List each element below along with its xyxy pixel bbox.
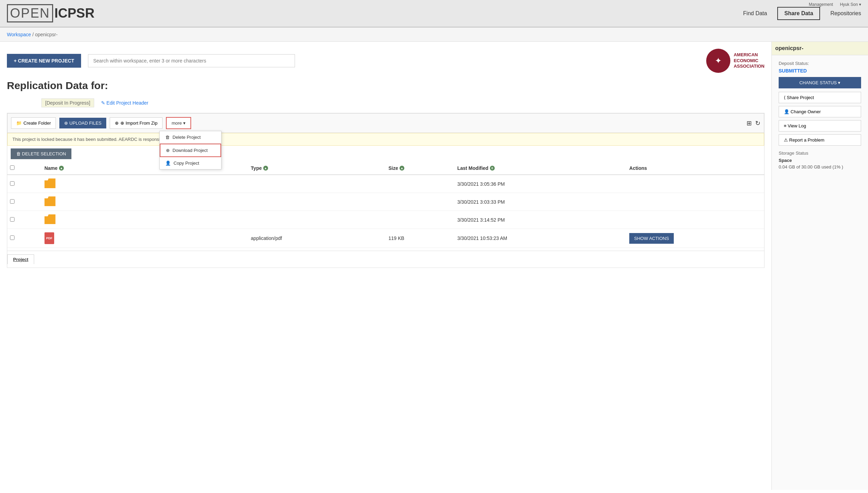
deposit-status-label: Deposit Status: xyxy=(779,61,861,66)
copy-icon: 👤 xyxy=(165,161,171,166)
report-problem-button[interactable]: ⚠ Report a Problem xyxy=(779,134,861,146)
copy-project-item[interactable]: 👤 Copy Project xyxy=(160,157,221,169)
logo-icpsr: ICPSR xyxy=(55,6,95,21)
toolbar-right-icons: ⊞ ↻ xyxy=(747,119,760,127)
user-menu[interactable]: Hyuk Son ▾ xyxy=(840,2,861,7)
file-actions-cell-1 xyxy=(627,175,764,193)
warning-bar: This project is locked because it has be… xyxy=(7,133,764,146)
file-actions-cell-3 xyxy=(627,211,764,229)
file-type-cell-2 xyxy=(248,193,386,211)
file-name-cell-2 xyxy=(42,193,248,211)
status-bar: [Deposit In Progress] ✎ Edit Project Hea… xyxy=(7,98,765,107)
logo: OPEN ICPSR xyxy=(7,4,95,22)
upload-files-button[interactable]: ⊕ UPLOAD FILES xyxy=(59,118,106,128)
deposit-in-progress: [Deposit In Progress] xyxy=(41,98,94,107)
type-sort-icon[interactable]: ▲ xyxy=(263,166,268,171)
project-tab[interactable]: Project xyxy=(7,254,34,264)
row-checkbox-1[interactable] xyxy=(10,181,14,186)
import-from-zip-button[interactable]: ⊕ ⊕ Import From Zip xyxy=(110,117,162,129)
file-modified-cell-4: 3/30/2021 10:53:23 AM xyxy=(454,229,627,248)
file-name-cell-4: PDF xyxy=(42,229,248,248)
size-column-header: Size ▲ xyxy=(388,165,404,171)
aea-icon-symbol: ✦ xyxy=(715,56,722,66)
file-type-cell-3 xyxy=(248,211,386,229)
create-new-project-button[interactable]: + CREATE NEW PROJECT xyxy=(7,54,81,68)
nav-share-data[interactable]: Share Data xyxy=(777,7,820,20)
storage-usage-text: 0.04 GB of 30.00 GB used (1% ) xyxy=(779,164,861,170)
table-header-row: Name ▲ Type ▲ Size xyxy=(7,162,764,175)
file-name-cell-3 xyxy=(42,211,248,229)
share-project-button[interactable]: ⟨ Share Project xyxy=(779,92,861,103)
delete-selection-bar: 🗑 DELETE SELECTION xyxy=(7,146,764,162)
size-sort-icon[interactable]: ▲ xyxy=(400,166,404,171)
header: OPEN ICPSR Find Data Share Data Reposito… xyxy=(0,0,868,28)
project-title: Replication Data for: xyxy=(7,80,765,91)
more-dropdown-menu: 🗑 Delete Project ⊕ Download Project 👤 Co… xyxy=(159,131,221,170)
select-all-checkbox[interactable] xyxy=(10,165,14,170)
deposit-status-link[interactable]: SUBMITTED xyxy=(779,68,807,74)
project-tab-bar: Project xyxy=(7,251,764,268)
logo-open: OPEN xyxy=(7,4,53,22)
file-name-cell-1 xyxy=(42,175,248,193)
aea-logo: ✦ AMERICAN ECONOMIC ASSOCIATION xyxy=(706,49,765,73)
nav-links: Find Data Share Data Repositories xyxy=(743,7,861,20)
refresh-icon[interactable]: ↻ xyxy=(755,119,760,127)
import-icon: ⊕ xyxy=(115,120,119,126)
edit-project-header-link[interactable]: ✎ Edit Project Header xyxy=(101,100,148,106)
actions-column-header: Actions xyxy=(627,162,764,175)
row-checkbox-2[interactable] xyxy=(10,199,14,204)
aea-icon: ✦ xyxy=(706,49,730,73)
name-column-header: Name ▲ xyxy=(45,165,64,171)
modified-sort-icon[interactable]: 0 xyxy=(490,166,495,171)
file-toolbar: 📁 Create Folder ⊕ UPLOAD FILES ⊕ ⊕ Impor… xyxy=(7,113,764,133)
delete-project-item[interactable]: 🗑 Delete Project xyxy=(160,131,221,144)
management-link[interactable]: Management xyxy=(809,2,833,7)
more-button[interactable]: more ▾ xyxy=(166,117,191,129)
file-modified-cell-2: 3/30/2021 3:03:33 PM xyxy=(454,193,627,211)
grid-view-icon[interactable]: ⊞ xyxy=(747,119,752,127)
file-type-cell-1 xyxy=(248,175,386,193)
aea-text: AMERICAN ECONOMIC ASSOCIATION xyxy=(734,52,765,70)
show-actions-button[interactable]: SHOW ACTIONS xyxy=(629,233,674,244)
view-log-button[interactable]: ≡ View Log xyxy=(779,120,861,132)
file-size-cell-4: 119 KB xyxy=(386,229,454,248)
download-icon: ⊕ xyxy=(166,148,170,153)
file-modified-cell-3: 3/30/2021 3:14:52 PM xyxy=(454,211,627,229)
name-sort-icon[interactable]: ▲ xyxy=(59,166,64,171)
nav-find-data[interactable]: Find Data xyxy=(743,10,767,17)
file-actions-cell-2 xyxy=(627,193,764,211)
file-type-cell-4: application/pdf xyxy=(248,229,386,248)
download-project-item[interactable]: ⊕ Download Project xyxy=(160,144,221,157)
row-checkbox-3[interactable] xyxy=(10,217,14,222)
last-modified-column-header: Last Modified 0 xyxy=(457,165,494,171)
file-size-cell-3 xyxy=(386,211,454,229)
file-actions-cell-4: SHOW ACTIONS xyxy=(627,229,764,248)
table-row: 3/30/2021 3:14:52 PM xyxy=(7,211,764,229)
toolbar-top: + CREATE NEW PROJECT ✦ AMERICAN ECONOMIC… xyxy=(7,49,765,73)
create-folder-button[interactable]: 📁 Create Folder xyxy=(11,117,56,129)
file-modified-cell-1: 3/30/2021 3:05:36 PM xyxy=(454,175,627,193)
breadcrumb-current: openicpsr- xyxy=(35,32,57,37)
table-row: 3/30/2021 3:05:36 PM xyxy=(7,175,764,193)
change-status-button[interactable]: CHANGE STATUS ▾ xyxy=(779,77,861,88)
sidebar: openicpsr- Deposit Status: SUBMITTED CHA… xyxy=(771,42,868,490)
nav-repositories[interactable]: Repositories xyxy=(830,10,861,17)
sidebar-project-name: openicpsr- xyxy=(772,42,868,55)
row-checkbox-4[interactable] xyxy=(10,235,14,240)
file-size-cell-1 xyxy=(386,175,454,193)
table-row: 3/30/2021 3:03:33 PM xyxy=(7,193,764,211)
change-owner-button[interactable]: 👤 Change Owner xyxy=(779,106,861,117)
table-row: PDF application/pdf 119 KB 3/30/2021 10:… xyxy=(7,229,764,248)
folder-icon: 📁 xyxy=(16,120,22,126)
type-column-header: Type ▲ xyxy=(251,165,268,171)
breadcrumb: Workspace / openicpsr- xyxy=(0,28,868,42)
file-size-cell-2 xyxy=(386,193,454,211)
storage-status-label: Storage Status xyxy=(779,151,861,156)
breadcrumb-workspace[interactable]: Workspace xyxy=(7,32,31,37)
space-label: Space xyxy=(779,158,861,163)
file-table: Name ▲ Type ▲ Size xyxy=(7,162,764,248)
search-input[interactable] xyxy=(88,54,295,67)
trash-icon: 🗑 xyxy=(165,135,170,140)
delete-selection-button[interactable]: 🗑 DELETE SELECTION xyxy=(11,148,71,159)
